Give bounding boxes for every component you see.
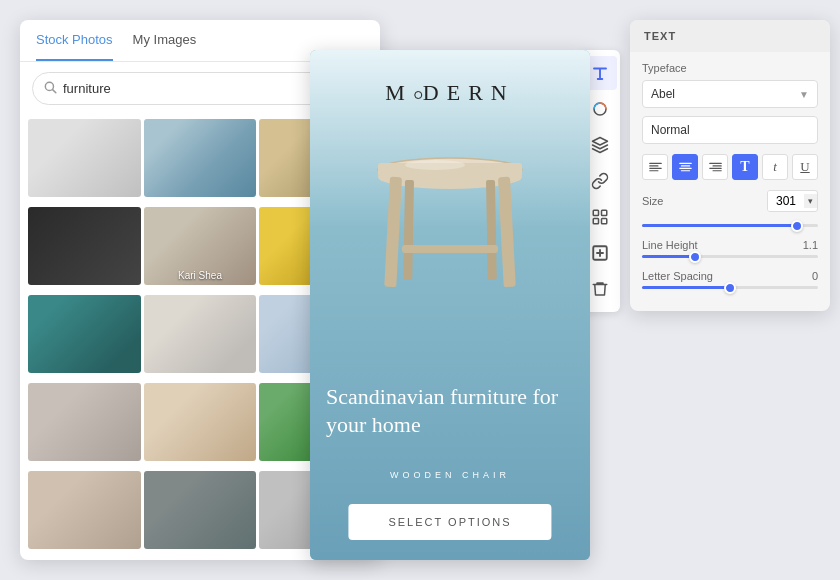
- stool-illustration: [350, 115, 550, 325]
- list-item[interactable]: [144, 295, 257, 373]
- text-panel: TEXT Typeface Abel ▼ Normal: [630, 20, 830, 311]
- dropdown-arrow-icon: ▼: [799, 89, 809, 100]
- line-height-fill: [642, 255, 695, 258]
- size-slider-thumb[interactable]: [791, 220, 803, 232]
- line-height-slider-track[interactable]: [642, 255, 818, 258]
- size-label: Size: [642, 195, 761, 207]
- letter-spacing-value: 0: [812, 270, 818, 282]
- svg-rect-5: [593, 219, 598, 224]
- letter-spacing-label: Letter Spacing: [642, 270, 713, 282]
- list-item[interactable]: [28, 295, 141, 373]
- svg-point-16: [405, 160, 465, 170]
- line-height-value: 1.1: [803, 239, 818, 251]
- size-slider-track[interactable]: [642, 224, 818, 227]
- size-input-wrap: ▾: [767, 190, 818, 212]
- canvas-logo: MDERN: [385, 80, 514, 106]
- svg-rect-13: [403, 180, 414, 280]
- typeface-label: Typeface: [642, 62, 818, 74]
- line-height-thumb[interactable]: [689, 251, 701, 263]
- line-height-row: Line Height 1.1: [642, 239, 818, 258]
- canvas-headline: Scandinavian furniture for your home: [326, 383, 574, 440]
- svg-rect-3: [593, 210, 598, 215]
- canvas-subheadline: WOODEN CHAIR: [310, 470, 590, 480]
- letter-spacing-row: Letter Spacing 0: [642, 270, 818, 289]
- letter-spacing-slider-track[interactable]: [642, 286, 818, 289]
- list-item[interactable]: [28, 383, 141, 461]
- size-input[interactable]: [768, 191, 804, 211]
- list-item[interactable]: [144, 383, 257, 461]
- size-row: Size ▾: [642, 190, 818, 212]
- svg-rect-11: [384, 177, 402, 287]
- list-item[interactable]: [28, 471, 141, 549]
- weight-select[interactable]: Normal: [642, 116, 818, 144]
- svg-rect-15: [402, 245, 498, 253]
- bold-button[interactable]: T: [732, 154, 758, 180]
- list-item[interactable]: [144, 119, 257, 197]
- svg-rect-6: [602, 219, 607, 224]
- underline-button[interactable]: U: [792, 154, 818, 180]
- size-slider-fill: [642, 224, 797, 227]
- typeface-value: Abel: [651, 87, 675, 101]
- list-item[interactable]: [28, 119, 141, 197]
- size-spin-icon[interactable]: ▾: [804, 194, 817, 208]
- list-item[interactable]: [28, 207, 141, 285]
- letter-spacing-fill: [642, 286, 730, 289]
- align-center-button[interactable]: [672, 154, 698, 180]
- list-item[interactable]: Kari Shea: [144, 207, 257, 285]
- svg-line-1: [53, 90, 56, 93]
- tab-my-images[interactable]: My Images: [133, 20, 197, 61]
- search-icon: [43, 80, 57, 97]
- typeface-dropdown[interactable]: Abel ▼: [642, 80, 818, 108]
- photo-caption: Kari Shea: [144, 270, 257, 281]
- weight-value: Normal: [651, 123, 690, 137]
- align-right-button[interactable]: [702, 154, 728, 180]
- tab-stock-photos[interactable]: Stock Photos: [36, 20, 113, 61]
- select-options-button[interactable]: SELECT OPTIONS: [348, 504, 551, 540]
- letter-spacing-thumb[interactable]: [724, 282, 736, 294]
- svg-rect-4: [602, 210, 607, 215]
- svg-rect-14: [486, 180, 497, 280]
- format-toolbar: T t U: [642, 154, 818, 180]
- search-input[interactable]: [63, 81, 338, 96]
- size-slider-row: [642, 224, 818, 227]
- line-height-label: Line Height: [642, 239, 698, 251]
- svg-rect-12: [498, 177, 516, 287]
- text-panel-header: TEXT: [630, 20, 830, 52]
- canvas-preview: MDERN Scandinavian furniture for your ho…: [310, 50, 590, 560]
- italic-button[interactable]: t: [762, 154, 788, 180]
- list-item[interactable]: [144, 471, 257, 549]
- align-left-button[interactable]: [642, 154, 668, 180]
